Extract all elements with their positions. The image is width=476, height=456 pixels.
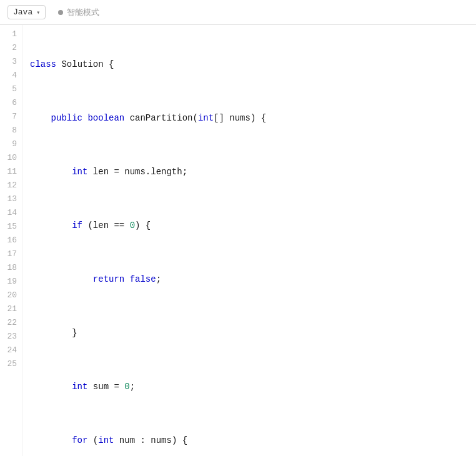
line-num-18: 18 — [0, 261, 22, 275]
line-num-10: 10 — [0, 151, 22, 165]
code-line-1: class Solution { — [30, 57, 476, 71]
line-num-2: 2 — [0, 41, 22, 55]
code-line-2: public boolean canPartition(int[] nums) … — [30, 111, 476, 125]
line-num-7: 7 — [0, 110, 22, 124]
line-num-9: 9 — [0, 137, 22, 151]
code-line-6: } — [30, 326, 476, 340]
line-num-23: 23 — [0, 330, 22, 344]
line-num-6: 6 — [0, 96, 22, 110]
code-line-3: int len = nums.length; — [30, 165, 476, 179]
line-num-3: 3 — [0, 55, 22, 69]
code-content[interactable]: class Solution { public boolean canParti… — [22, 25, 476, 456]
toolbar: Java ▾ 智能模式 — [0, 0, 476, 25]
mode-indicator: 智能模式 — [58, 7, 99, 18]
line-num-12: 12 — [0, 179, 22, 192]
line-num-8: 8 — [0, 124, 22, 137]
language-selector[interactable]: Java ▾ — [7, 5, 46, 19]
line-num-15: 15 — [0, 220, 22, 234]
line-num-21: 21 — [0, 302, 22, 316]
line-num-11: 11 — [0, 165, 22, 179]
mode-dot-icon — [58, 10, 63, 15]
code-line-8: for (int num : nums) { — [30, 434, 476, 447]
mode-label: 智能模式 — [67, 7, 99, 18]
code-line-4: if (len == 0) { — [30, 219, 476, 232]
line-numbers: 1 2 3 4 5 6 7 8 9 10 11 12 13 14 15 16 1… — [0, 25, 22, 456]
line-num-16: 16 — [0, 234, 22, 247]
line-num-25: 25 — [0, 357, 22, 371]
line-num-17: 17 — [0, 247, 22, 261]
line-num-24: 24 — [0, 344, 22, 357]
line-num-22: 22 — [0, 316, 22, 330]
code-editor[interactable]: 1 2 3 4 5 6 7 8 9 10 11 12 13 14 15 16 1… — [0, 25, 476, 456]
chevron-down-icon: ▾ — [36, 9, 40, 16]
line-num-20: 20 — [0, 289, 22, 302]
line-num-5: 5 — [0, 82, 22, 96]
language-label: Java — [13, 7, 32, 17]
line-num-4: 4 — [0, 69, 22, 82]
code-line-7: int sum = 0; — [30, 380, 476, 394]
line-num-19: 19 — [0, 275, 22, 289]
code-line-5: return false; — [30, 272, 476, 286]
line-num-14: 14 — [0, 206, 22, 220]
line-num-13: 13 — [0, 192, 22, 206]
line-num-1: 1 — [0, 27, 22, 41]
